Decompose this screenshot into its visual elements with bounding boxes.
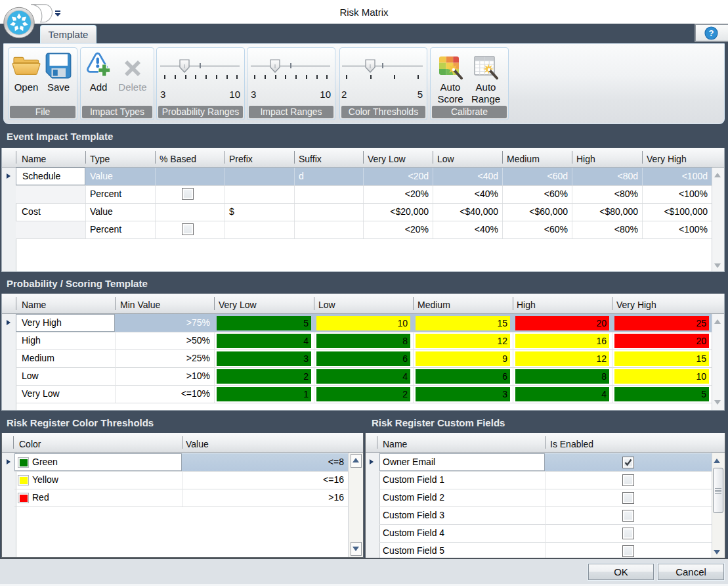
svg-text:?: ? [709, 28, 714, 38]
